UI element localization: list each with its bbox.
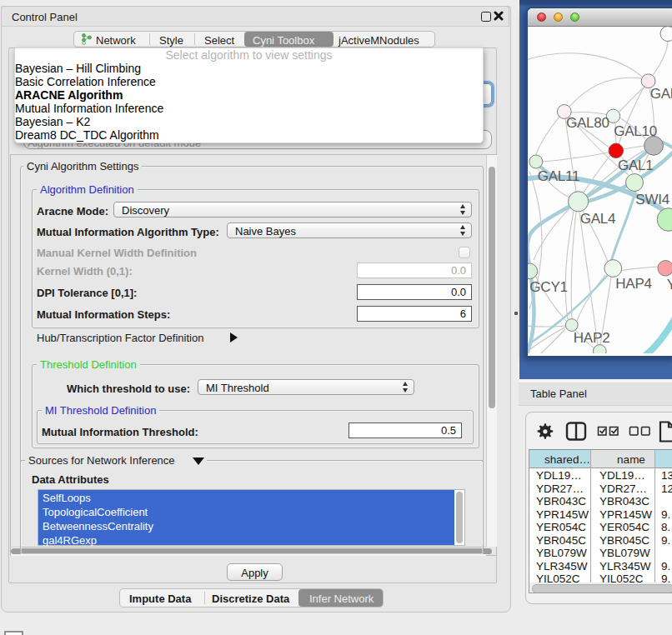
svg-text:GAL1: GAL1	[618, 158, 654, 173]
svg-text:GCY1: GCY1	[529, 279, 568, 295]
svg-text:GAL4: GAL4	[580, 211, 616, 227]
svg-text:GAL11: GAL11	[538, 168, 580, 184]
svg-text:GAL80: GAL80	[566, 115, 609, 131]
svg-text:HAP4: HAP4	[615, 276, 652, 292]
svg-text:HAP2: HAP2	[574, 330, 610, 346]
svg-text:GAL10: GAL10	[614, 123, 657, 139]
svg-text:SWI4: SWI4	[635, 192, 669, 208]
svg-text:Y: Y	[667, 277, 672, 292]
svg-text:GAL7: GAL7	[650, 86, 672, 102]
